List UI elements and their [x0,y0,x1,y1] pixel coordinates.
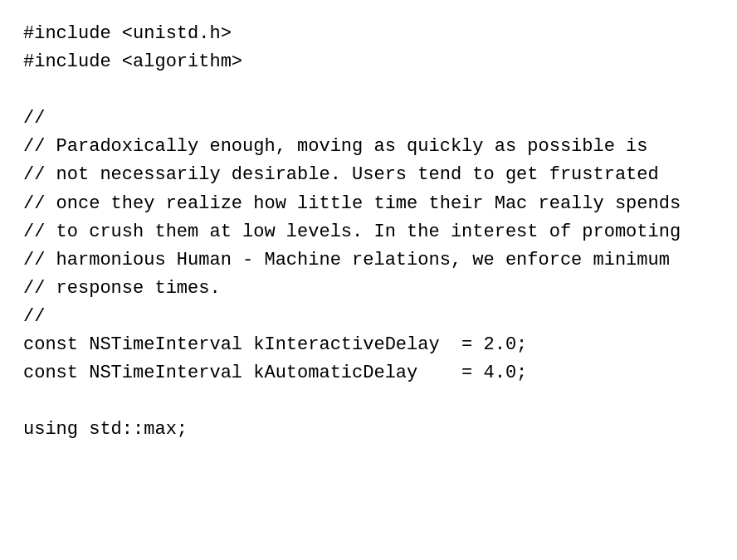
code-block: #include <unistd.h> #include <algorithm>… [0,0,737,560]
